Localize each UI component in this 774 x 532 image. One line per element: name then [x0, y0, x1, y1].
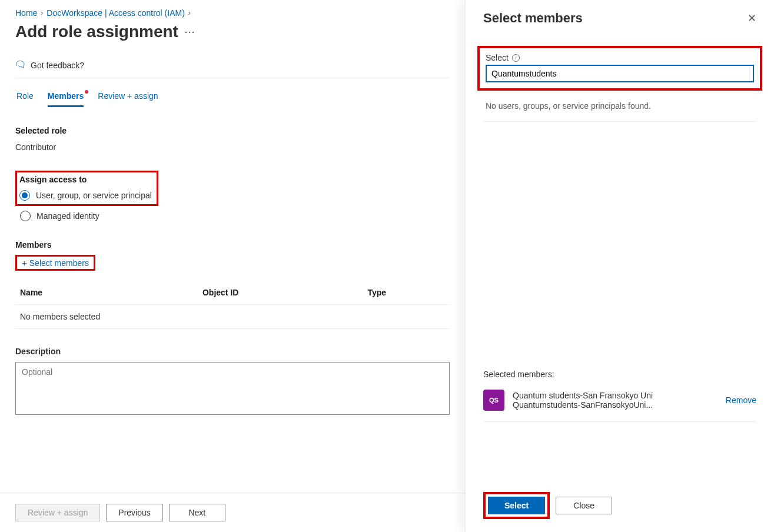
breadcrumb: Home › DocWorkspace | Access control (IA… [15, 8, 450, 18]
radio-icon [19, 190, 30, 201]
unsaved-dot-icon [85, 90, 88, 94]
select-label: Select [486, 53, 509, 62]
radio-icon [20, 211, 31, 221]
col-type: Type [363, 281, 450, 305]
panel-footer: Select Close [483, 481, 756, 532]
next-button[interactable]: Next [169, 504, 225, 521]
previous-button[interactable]: Previous [106, 504, 162, 521]
footer: Review + assign Previous Next [0, 493, 465, 532]
selected-member-row: QS Quantum students-San Fransokyo Uni Qu… [483, 387, 756, 422]
tab-review[interactable]: Review + assign [98, 91, 158, 107]
no-results-text: No users, groups, or service principals … [483, 91, 756, 122]
feedback-link[interactable]: Got feedback? [15, 60, 450, 78]
search-input[interactable] [486, 65, 754, 82]
remove-member-link[interactable]: Remove [726, 395, 756, 405]
tab-role[interactable]: Role [16, 91, 34, 107]
info-icon[interactable]: i [512, 54, 520, 62]
select-members-panel: Select members ✕ Select i No users, grou… [465, 0, 774, 532]
members-label: Members [15, 240, 450, 250]
radio-managed-identity[interactable]: Managed identity [20, 211, 450, 221]
col-object-id: Object ID [198, 281, 363, 305]
col-name: Name [15, 281, 198, 305]
highlight-search: Select i [477, 46, 762, 91]
members-table: Name Object ID Type No members selected [15, 281, 450, 329]
member-upn: Quantumstudents-SanFransokyoUni... [513, 400, 712, 410]
breadcrumb-workspace[interactable]: DocWorkspace | Access control (IAM) [46, 8, 184, 18]
highlight-assign-access: Assign access to User, group, or service… [15, 171, 158, 206]
selected-members-label: Selected members: [483, 370, 756, 379]
selected-role-value: Contributor [15, 142, 450, 152]
close-icon[interactable]: ✕ [748, 12, 756, 25]
more-icon[interactable]: ⋯ [184, 25, 195, 38]
chevron-right-icon: › [41, 9, 43, 17]
description-label: Description [15, 347, 450, 356]
description-input[interactable] [15, 362, 450, 415]
tabs: Role Members Review + assign [15, 91, 450, 107]
panel-title: Select members [483, 11, 583, 26]
select-members-link[interactable]: + Select members [21, 255, 90, 270]
highlight-select-members: + Select members [15, 255, 95, 271]
close-button[interactable]: Close [556, 497, 612, 514]
breadcrumb-home[interactable]: Home [15, 8, 37, 18]
select-button[interactable]: Select [488, 497, 545, 514]
feedback-icon [15, 60, 26, 71]
assign-access-label: Assign access to [19, 175, 152, 184]
page-title: Add role assignment [15, 22, 178, 41]
member-name: Quantum students-San Fransokyo Uni [513, 391, 712, 400]
empty-row: No members selected [15, 305, 450, 329]
selected-role-label: Selected role [15, 126, 450, 135]
review-assign-button[interactable]: Review + assign [15, 504, 100, 521]
plus-icon: + [22, 258, 27, 268]
table-row: No members selected [15, 305, 450, 329]
radio-user-group[interactable]: User, group, or service principal [19, 190, 152, 201]
chevron-right-icon: › [188, 9, 191, 17]
highlight-select-button: Select [483, 492, 550, 519]
avatar: QS [483, 390, 504, 411]
feedback-text: Got feedback? [31, 61, 84, 70]
tab-members[interactable]: Members [48, 91, 84, 107]
